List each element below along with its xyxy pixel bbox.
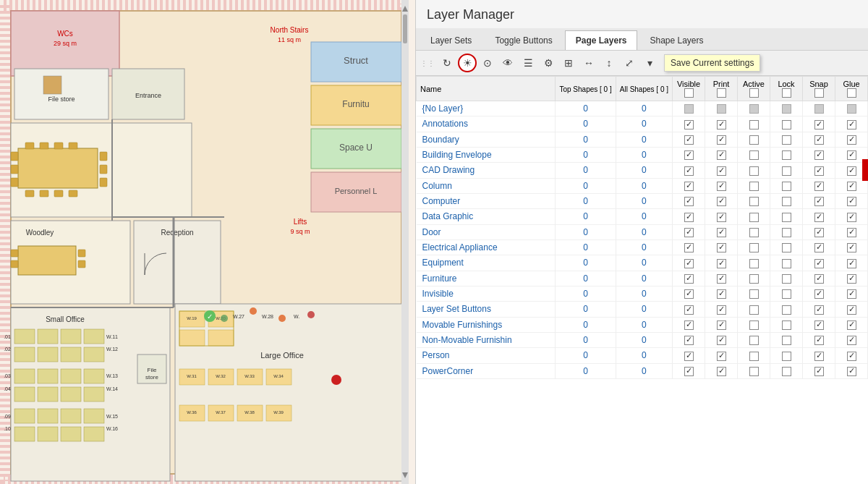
layer-active-cell <box>738 332 770 347</box>
layer-all-shapes[interactable]: 0 <box>616 209 672 224</box>
layer-top-shapes[interactable]: 0 <box>556 147 616 162</box>
header-print-checkbox[interactable] <box>717 88 726 98</box>
svg-text:.10: .10 <box>4 426 11 431</box>
svg-text:W.33: W.33 <box>244 374 255 378</box>
layer-visible-cell <box>673 101 705 116</box>
svg-text:✓: ✓ <box>207 313 213 320</box>
layer-top-shapes[interactable]: 0 <box>556 239 616 255</box>
layer-all-shapes[interactable]: 0 <box>616 317 672 332</box>
toolbar-visibility-btn[interactable]: 👁 <box>498 54 517 72</box>
layer-name-cell[interactable]: Door <box>417 224 556 239</box>
layer-name-cell[interactable]: Person <box>417 348 556 363</box>
layer-top-shapes[interactable]: 0 <box>556 163 616 178</box>
layer-all-shapes[interactable]: 0 <box>616 363 672 378</box>
layer-name-cell[interactable]: Column <box>417 178 556 193</box>
toolbar-swap-btn[interactable]: ↔ <box>579 54 598 72</box>
table-row: Building Envelope00 <box>417 147 868 162</box>
layer-name-cell[interactable]: Data Graphic <box>417 209 556 224</box>
layer-name-cell[interactable]: Electrical Appliance <box>417 239 556 255</box>
layer-top-shapes[interactable]: 0 <box>556 193 616 208</box>
layer-all-shapes[interactable]: 0 <box>616 348 672 363</box>
layer-name-cell[interactable]: PowerCorner <box>417 363 556 378</box>
toolbar-list-btn[interactable]: ☰ <box>519 54 537 72</box>
col-header-visible: Visible <box>673 77 705 101</box>
layer-all-shapes[interactable]: 0 <box>616 163 672 178</box>
layer-all-shapes[interactable]: 0 <box>616 271 672 286</box>
layer-all-shapes[interactable]: 0 <box>616 193 672 208</box>
layer-name-cell[interactable]: Annotations <box>417 116 556 132</box>
toolbar-refresh-btn[interactable]: ↻ <box>438 54 456 72</box>
toolbar-move-btn[interactable]: ↕ <box>600 54 618 72</box>
layer-visible-cell <box>673 286 705 301</box>
layer-name-cell[interactable]: Movable Furnishings <box>417 317 556 332</box>
layer-lock-cell <box>770 317 803 332</box>
layer-top-shapes[interactable]: 0 <box>556 209 616 224</box>
layer-name-cell[interactable]: CAD Drawing <box>417 163 556 178</box>
layer-top-shapes[interactable]: 0 <box>556 286 616 301</box>
layer-name-cell[interactable]: Invisible <box>417 286 556 301</box>
toolbar-expand-btn[interactable]: ⤢ <box>620 54 639 72</box>
layer-top-shapes[interactable]: 0 <box>556 332 616 347</box>
layer-name-cell[interactable]: Non-Movable Furnishin <box>417 332 556 347</box>
toolbar-grid-btn[interactable]: ⊞ <box>559 54 578 72</box>
drag-handle[interactable]: ⋮⋮ <box>420 59 435 67</box>
layer-name-cell[interactable]: Building Envelope <box>417 147 556 162</box>
layer-all-shapes[interactable]: 0 <box>616 239 672 255</box>
layer-top-shapes[interactable]: 0 <box>556 101 616 116</box>
table-row: Movable Furnishings00 <box>417 317 868 332</box>
toolbar-sun-btn[interactable]: ☀ <box>458 54 477 72</box>
svg-text:North Stairs: North Stairs <box>271 26 309 34</box>
toolbar-cloud-btn[interactable]: ⊙ <box>478 54 497 72</box>
toolbar-more-btn[interactable]: ▾ <box>640 54 659 72</box>
layer-top-shapes[interactable]: 0 <box>556 271 616 286</box>
layer-top-shapes[interactable]: 0 <box>556 178 616 193</box>
layer-glue-cell <box>835 101 868 116</box>
layer-all-shapes[interactable]: 0 <box>616 302 672 317</box>
layer-print-cell <box>705 209 738 224</box>
layer-top-shapes[interactable]: 0 <box>556 317 616 332</box>
header-lock-checkbox[interactable] <box>782 88 791 98</box>
layer-all-shapes[interactable]: 0 <box>616 101 672 116</box>
svg-rect-66 <box>84 369 104 383</box>
tab-toggle-buttons[interactable]: Toggle Buttons <box>484 30 563 50</box>
layer-top-shapes[interactable]: 0 <box>556 363 616 378</box>
layer-name-cell[interactable]: Layer Set Buttons <box>417 302 556 317</box>
layer-all-shapes[interactable]: 0 <box>616 224 672 239</box>
tab-layer-sets[interactable]: Layer Sets <box>420 30 482 50</box>
layer-top-shapes[interactable]: 0 <box>556 255 616 271</box>
layer-table-container[interactable]: Name Top Shapes [ 0 ] All Shapes [ 0 ] V… <box>416 76 868 484</box>
header-snap-checkbox[interactable] <box>814 88 824 98</box>
toolbar-settings-btn[interactable]: ⚙ <box>539 54 558 72</box>
layer-active-cell <box>738 132 770 147</box>
layer-snap-cell <box>803 286 835 301</box>
layer-lock-cell <box>770 224 803 239</box>
layer-name-cell[interactable]: Computer <box>417 193 556 208</box>
layer-all-shapes[interactable]: 0 <box>616 147 672 162</box>
layer-top-shapes[interactable]: 0 <box>556 116 616 132</box>
layer-top-shapes[interactable]: 0 <box>556 348 616 363</box>
layer-top-shapes[interactable]: 0 <box>556 302 616 317</box>
layer-name-cell[interactable]: Boundary <box>417 132 556 147</box>
layer-all-shapes[interactable]: 0 <box>616 116 672 132</box>
layer-top-shapes[interactable]: 0 <box>556 132 616 147</box>
tab-shape-layers[interactable]: Shape Layers <box>639 30 714 50</box>
layer-name-cell[interactable]: {No Layer} <box>417 101 556 116</box>
tab-page-layers[interactable]: Page Layers <box>565 30 638 50</box>
layer-lock-cell <box>770 147 803 162</box>
layer-all-shapes[interactable]: 0 <box>616 286 672 301</box>
svg-rect-57 <box>61 347 81 362</box>
header-active-checkbox[interactable] <box>749 88 759 98</box>
floor-plan-canvas[interactable]: WCs 29 sq m North Stairs 11 sq m File st… <box>0 0 415 484</box>
header-glue-checkbox[interactable] <box>847 88 856 98</box>
layer-lock-cell <box>770 209 803 224</box>
layer-snap-cell <box>803 116 835 132</box>
layer-all-shapes[interactable]: 0 <box>616 332 672 347</box>
layer-all-shapes[interactable]: 0 <box>616 255 672 271</box>
svg-rect-41 <box>11 250 18 257</box>
layer-all-shapes[interactable]: 0 <box>616 132 672 147</box>
layer-name-cell[interactable]: Furniture <box>417 271 556 286</box>
layer-name-cell[interactable]: Equipment <box>417 255 556 271</box>
layer-top-shapes[interactable]: 0 <box>556 224 616 239</box>
header-visible-checkbox[interactable] <box>684 88 694 98</box>
layer-all-shapes[interactable]: 0 <box>616 178 672 193</box>
